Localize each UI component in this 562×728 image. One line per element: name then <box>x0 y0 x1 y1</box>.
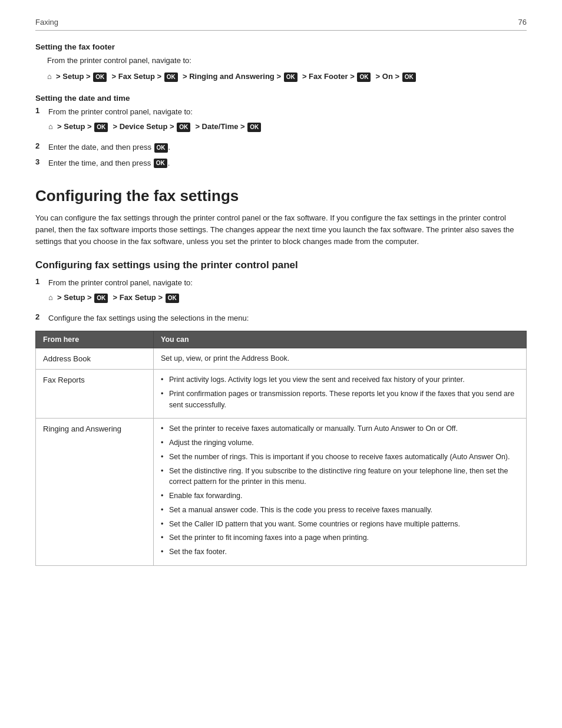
step-num: 2 <box>35 312 48 321</box>
col-header-you-can: You can <box>154 331 527 348</box>
home-icon: ⌂ <box>48 122 53 131</box>
list-item: Set a manual answer code. This is the co… <box>161 505 519 516</box>
list-item: Set the Caller ID pattern that you want.… <box>161 519 519 530</box>
step-content: Enter the date, and then press OK. <box>48 141 527 153</box>
ok-badge: OK <box>247 123 261 132</box>
list-item: Set the printer to fit incoming faxes in… <box>161 532 519 543</box>
period: . <box>168 143 171 151</box>
step-content: From the printer control panel, navigate… <box>48 277 527 309</box>
step-3: 3 Enter the time, and then press OK. <box>35 157 527 169</box>
page-number: 76 <box>518 18 527 27</box>
main-heading: Configuring the fax settings <box>35 187 527 205</box>
ok-badge: OK <box>154 159 167 168</box>
step-2: 2 Enter the date, and then press OK. <box>35 141 527 153</box>
bullet-list: Set the printer to receive faxes automat… <box>161 423 519 558</box>
fax-footer-section: Setting the fax footer From the printer … <box>35 42 527 83</box>
fax-footer-heading: Setting the fax footer <box>35 42 527 51</box>
date-time-heading: Setting the date and time <box>35 94 527 103</box>
list-item: Set the number of rings. This is importa… <box>161 452 519 463</box>
bullet-list: Print activity logs. Activity logs let y… <box>161 374 519 410</box>
ok-badge: OK <box>357 73 371 82</box>
step-content: Enter the time, and then press OK. <box>48 157 527 169</box>
ok-badge: OK <box>402 73 416 82</box>
step-text: Enter the time, and then press <box>48 159 153 167</box>
page: Faxing 76 Setting the fax footer From th… <box>0 0 562 728</box>
list-item: Adjust the ringing volume. <box>161 437 519 449</box>
ok-badge: OK <box>94 123 108 132</box>
config-step-1: 1 From the printer control panel, naviga… <box>35 277 527 309</box>
period: . <box>168 159 170 167</box>
nav-label: > Setup > <box>56 72 91 81</box>
ok-badge: OK <box>164 73 178 82</box>
table-row: Address Book Set up, view, or print the … <box>36 348 527 370</box>
ok-badge: OK <box>94 294 108 303</box>
step-num: 1 <box>35 277 48 286</box>
home-icon: ⌂ <box>47 72 52 81</box>
configuring-body: You can configure the fax settings throu… <box>35 212 527 248</box>
list-item: Set the printer to receive faxes automat… <box>161 423 519 434</box>
step-text: From the printer control panel, navigate… <box>48 107 193 116</box>
step-content: Configure the fax settings using the sel… <box>48 312 527 324</box>
fax-footer-intro: From the printer control panel, navigate… <box>47 55 527 67</box>
list-item: Set the fax footer. <box>161 546 519 558</box>
table-row: Ringing and Answering Set the printer to… <box>36 419 527 566</box>
list-item: Print confirmation pages or transmission… <box>161 388 519 411</box>
config-step-2: 2 Configure the fax settings using the s… <box>35 312 527 324</box>
step-num: 2 <box>35 141 48 150</box>
sub-heading: Configuring fax settings using the print… <box>35 259 527 271</box>
step-text: Enter the date, and then press <box>48 143 154 151</box>
from-cell: Address Book <box>36 348 154 370</box>
ok-badge: OK <box>166 294 179 303</box>
you-can-cell: Set up, view, or print the Address Book. <box>154 348 527 370</box>
ok-badge: OK <box>93 73 107 82</box>
table-row: Fax Reports Print activity logs. Activit… <box>36 370 527 419</box>
step-content: From the printer control panel, navigate… <box>48 106 527 138</box>
home-icon: ⌂ <box>48 293 53 302</box>
date-time-nav: ⌂ > Setup > OK > Device Setup > OK > Dat… <box>48 120 527 133</box>
ok-badge: OK <box>177 123 190 132</box>
date-time-section: Setting the date and time 1 From the pri… <box>35 94 527 169</box>
list-item: Print activity logs. Activity logs let y… <box>161 374 519 386</box>
ok-badge: OK <box>284 73 297 82</box>
ok-badge: OK <box>154 143 168 153</box>
from-cell: Ringing and Answering <box>36 419 154 566</box>
section-title: Faxing <box>35 18 58 27</box>
list-item: Set the distinctive ring. If you subscri… <box>161 466 519 488</box>
list-item: Enable fax forwarding. <box>161 490 519 502</box>
col-header-from: From here <box>36 331 154 348</box>
step-text: Configure the fax settings using the sel… <box>48 314 249 322</box>
fax-footer-nav: ⌂ > Setup > OK > Fax Setup > OK > Ringin… <box>47 70 527 83</box>
page-header: Faxing 76 <box>35 18 527 31</box>
step-num: 1 <box>35 106 48 115</box>
settings-table: From here You can Address Book Set up, v… <box>35 331 527 566</box>
config-nav: ⌂ > Setup > OK > Fax Setup > OK <box>48 291 527 304</box>
step-1: 1 From the printer control panel, naviga… <box>35 106 527 138</box>
you-can-cell: Set the printer to receive faxes automat… <box>154 419 527 566</box>
step-num: 3 <box>35 157 48 166</box>
from-cell: Fax Reports <box>36 370 154 419</box>
you-can-cell: Print activity logs. Activity logs let y… <box>154 370 527 419</box>
step-text: From the printer control panel, navigate… <box>48 278 193 287</box>
